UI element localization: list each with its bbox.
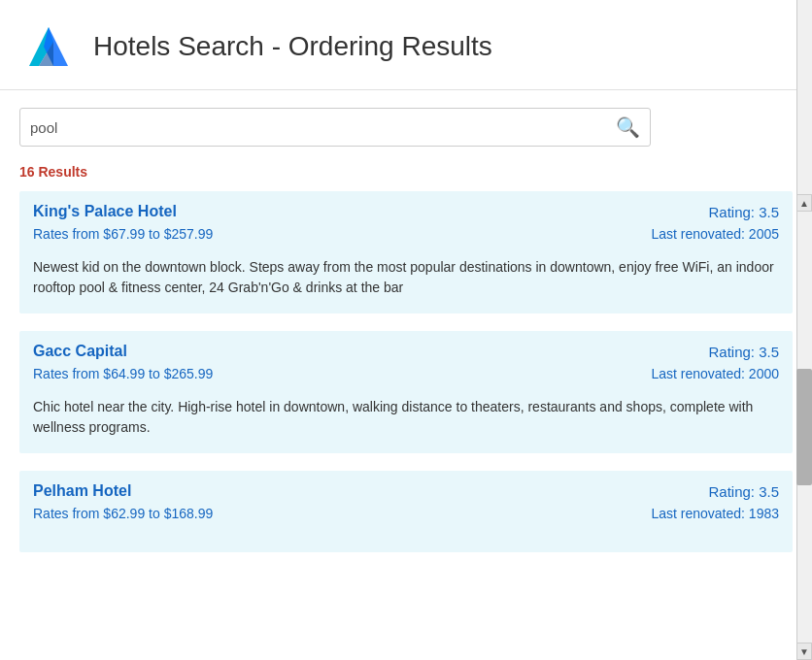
- hotel-card: Pelham Hotel Rating: 3.5 Rates from $62.…: [19, 471, 793, 552]
- scrollbar-arrow-up[interactable]: ▲: [796, 194, 812, 212]
- hotel-card: Gacc Capital Rating: 3.5 Rates from $64.…: [19, 331, 793, 453]
- hotel-rating: Rating: 3.5: [708, 483, 779, 500]
- hotel-rates: Rates from $62.99 to $168.99: [33, 506, 213, 521]
- hotel-rates-row: Rates from $64.99 to $265.99 Last renova…: [19, 364, 793, 391]
- page-header: Hotels Search - Ordering Results: [0, 0, 812, 90]
- hotel-rates: Rates from $67.99 to $257.99: [33, 226, 213, 242]
- hotel-header-row: Pelham Hotel Rating: 3.5: [19, 471, 793, 504]
- hotel-renovated: Last renovated: 1983: [651, 506, 779, 521]
- hotel-rating: Rating: 3.5: [708, 204, 779, 220]
- search-icon[interactable]: 🔍: [616, 116, 640, 139]
- hotel-renovated: Last renovated: 2005: [651, 226, 779, 242]
- hotel-name[interactable]: Pelham Hotel: [33, 482, 131, 500]
- logo: [19, 17, 78, 76]
- results-count: 16 Results: [0, 156, 812, 191]
- hotel-rating: Rating: 3.5: [708, 344, 779, 360]
- hotel-description: [19, 531, 793, 552]
- hotel-name[interactable]: Gacc Capital: [33, 343, 127, 360]
- search-box: 🔍: [19, 108, 651, 147]
- hotel-rates-row: Rates from $62.99 to $168.99 Last renova…: [19, 504, 793, 531]
- results-count-number: 16: [19, 164, 35, 180]
- hotel-rates-row: Rates from $67.99 to $257.99 Last renova…: [19, 224, 793, 251]
- search-area: 🔍: [0, 90, 812, 156]
- scrollbar-arrow-down[interactable]: ▼: [796, 643, 812, 660]
- hotel-card: King's Palace Hotel Rating: 3.5 Rates fr…: [19, 191, 793, 314]
- scrollbar-track: ▲ ▼: [796, 0, 812, 660]
- hotel-header-row: Gacc Capital Rating: 3.5: [19, 331, 793, 364]
- hotel-rates: Rates from $64.99 to $265.99: [33, 366, 213, 381]
- hotel-renovated: Last renovated: 2000: [651, 366, 779, 381]
- search-input[interactable]: [30, 119, 616, 136]
- hotel-name[interactable]: King's Palace Hotel: [33, 203, 177, 220]
- hotel-description: Chic hotel near the city. High-rise hote…: [19, 391, 793, 453]
- scrollbar-thumb[interactable]: [796, 369, 812, 485]
- results-count-label: Results: [38, 164, 87, 180]
- hotel-header-row: King's Palace Hotel Rating: 3.5: [19, 191, 793, 224]
- hotel-description: Newest kid on the downtown block. Steps …: [19, 251, 793, 314]
- hotel-results: King's Palace Hotel Rating: 3.5 Rates fr…: [0, 191, 812, 570]
- page-title: Hotels Search - Ordering Results: [93, 31, 492, 62]
